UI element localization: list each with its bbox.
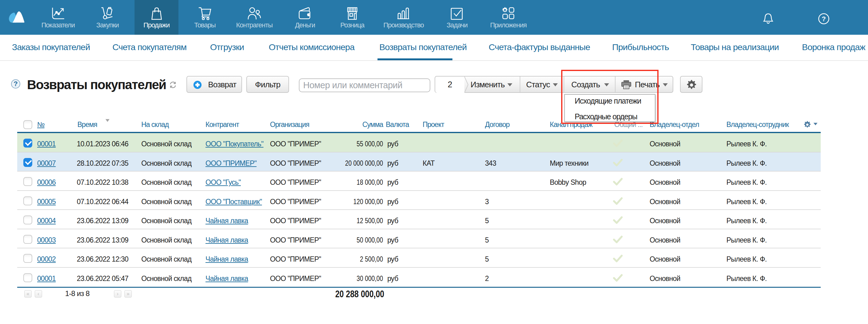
svg-text:?: ? <box>822 15 826 23</box>
